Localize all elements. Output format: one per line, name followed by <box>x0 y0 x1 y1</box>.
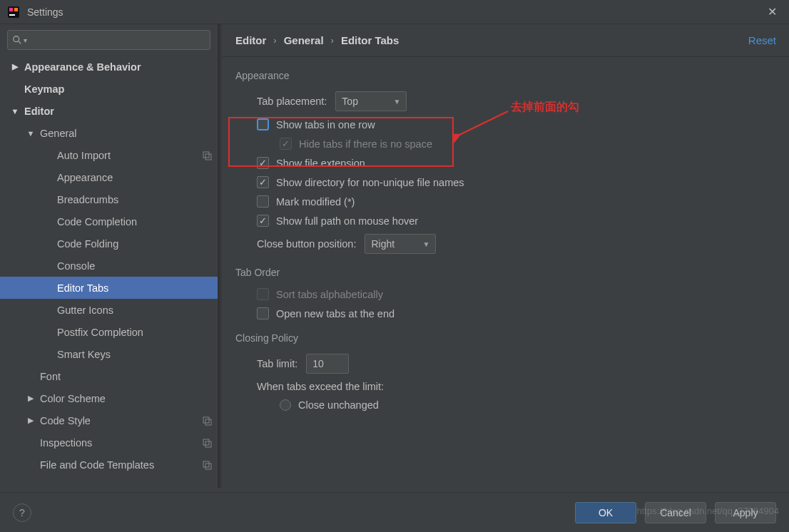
tree-item[interactable]: Console <box>0 255 218 277</box>
project-override-icon <box>202 460 212 470</box>
help-button[interactable]: ? <box>13 503 31 522</box>
tree-item[interactable]: File and Code Templates <box>0 454 218 476</box>
watermark: https://blog.csdn.net/qq_37084904 <box>637 506 780 516</box>
annotation-arrow-icon <box>454 107 511 143</box>
svg-point-4 <box>14 36 19 42</box>
tree-item-label: File and Code Templates <box>40 459 202 471</box>
svg-rect-8 <box>203 417 209 423</box>
tab-placement-label: Tab placement: <box>257 96 327 107</box>
tree-item-label: Code Completion <box>57 216 212 227</box>
full-path-checkbox[interactable] <box>257 215 269 227</box>
tree-item[interactable]: ▶Code Style <box>0 409 218 431</box>
tree-item-label: Smart Keys <box>57 349 212 360</box>
svg-rect-3 <box>9 14 15 16</box>
project-override-icon <box>202 416 212 426</box>
tree-item[interactable]: Postfix Completion <box>0 321 218 343</box>
reset-button[interactable]: Reset <box>748 34 776 46</box>
window-title: Settings <box>27 6 762 18</box>
chevron-right-icon: › <box>331 35 334 46</box>
twist-icon[interactable]: ▶ <box>26 394 36 403</box>
svg-rect-1 <box>9 8 13 11</box>
crumb-editor[interactable]: Editor <box>235 34 266 46</box>
settings-tree: ▶Appearance & BehaviorKeymap▼Editor▼Gene… <box>0 56 218 488</box>
tree-item[interactable]: Code Folding <box>0 232 218 255</box>
crumb-general[interactable]: General <box>284 34 324 46</box>
open-end-label: Open new tabs at the end <box>276 308 394 319</box>
tree-item-label: Appearance & Behavior <box>24 61 212 73</box>
tabs-exceed-label: When tabs exceed the limit: <box>257 381 384 392</box>
tree-item[interactable]: Appearance <box>0 166 218 188</box>
svg-rect-10 <box>203 439 209 445</box>
section-tab-order: Tab Order <box>235 267 776 278</box>
tree-item-label: Code Style <box>40 415 202 426</box>
tree-item[interactable]: Font <box>0 365 218 387</box>
show-dir-checkbox[interactable] <box>257 176 269 188</box>
tree-item-label: Console <box>57 260 212 272</box>
tree-item-label: Auto Import <box>57 150 202 161</box>
tree-item-label: Appearance <box>57 172 212 183</box>
close-unchanged-radio[interactable] <box>280 399 291 411</box>
tree-item-label: Keymap <box>24 83 212 95</box>
tree-item-label: Gutter Icons <box>57 305 212 316</box>
tree-item-label: Color Scheme <box>40 393 212 404</box>
project-override-icon <box>202 438 212 448</box>
titlebar: Settings ✕ <box>0 0 789 24</box>
tree-item-label: Editor <box>24 106 212 117</box>
tree-item[interactable]: ▼General <box>0 122 218 144</box>
tree-item[interactable]: ▶Color Scheme <box>0 387 218 409</box>
mark-modified-checkbox[interactable] <box>257 195 269 208</box>
sort-tabs-label: Sort tabs alphabetically <box>276 289 383 300</box>
tree-item[interactable]: ▶Appearance & Behavior <box>0 56 218 78</box>
close-button-pos-select[interactable]: Right ▼ <box>365 234 436 254</box>
svg-rect-2 <box>14 8 18 11</box>
search-icon <box>12 35 22 45</box>
tree-item-label: Inspections <box>40 437 202 449</box>
tree-item[interactable]: Inspections <box>0 431 218 454</box>
sidebar: ▾ ▶Appearance & BehaviorKeymap▼Editor▼Ge… <box>0 24 218 488</box>
twist-icon[interactable]: ▼ <box>26 129 36 138</box>
section-closing-policy: Closing Policy <box>235 332 776 344</box>
tree-item-label: Code Folding <box>57 238 212 250</box>
twist-icon[interactable]: ▼ <box>10 107 20 116</box>
chevron-down-icon: ▼ <box>393 98 400 106</box>
search-input[interactable]: ▾ <box>7 30 210 50</box>
full-path-label: Show full path on mouse hover <box>276 215 418 227</box>
tree-item[interactable]: ▼Editor <box>0 100 218 122</box>
twist-icon[interactable]: ▶ <box>10 62 20 71</box>
tree-item[interactable]: Auto Import <box>0 144 218 166</box>
open-end-checkbox[interactable] <box>257 307 269 319</box>
svg-line-5 <box>19 41 21 44</box>
section-appearance: Appearance <box>235 70 776 81</box>
tree-item-label: Postfix Completion <box>57 327 212 338</box>
twist-icon[interactable]: ▶ <box>26 416 36 425</box>
tree-item[interactable]: Gutter Icons <box>0 299 218 321</box>
mark-modified-label: Mark modified (*) <box>276 196 355 208</box>
show-dir-label: Show directory for non-unique file names <box>276 177 464 188</box>
annotation-box <box>228 117 454 167</box>
tree-item-label: General <box>40 128 212 139</box>
tree-item[interactable]: Breadcrumbs <box>0 188 218 210</box>
tree-item[interactable]: Smart Keys <box>0 343 218 365</box>
tree-item[interactable]: Keymap <box>0 78 218 100</box>
tab-limit-label: Tab limit: <box>257 358 297 369</box>
ok-button[interactable]: OK <box>575 502 636 523</box>
crumb-editor-tabs: Editor Tabs <box>341 34 399 46</box>
tree-item[interactable]: Editor Tabs <box>0 277 218 299</box>
svg-line-14 <box>458 111 508 135</box>
sort-tabs-checkbox <box>257 288 269 300</box>
svg-rect-11 <box>205 441 211 447</box>
svg-rect-13 <box>205 464 211 469</box>
tree-item-label: Breadcrumbs <box>57 194 212 205</box>
tree-item-label: Editor Tabs <box>57 282 212 294</box>
breadcrumb: Editor › General › Editor Tabs Reset <box>223 24 789 57</box>
tree-item[interactable]: Code Completion <box>0 210 218 232</box>
close-unchanged-label: Close unchanged <box>298 399 379 411</box>
svg-rect-12 <box>203 461 209 467</box>
app-icon <box>7 6 20 19</box>
close-icon[interactable]: ✕ <box>762 5 782 19</box>
project-override-icon <box>202 150 212 160</box>
tab-limit-input[interactable] <box>306 354 349 374</box>
main-panel: Editor › General › Editor Tabs Reset App… <box>223 24 789 488</box>
tab-placement-select[interactable]: Top ▼ <box>335 91 407 111</box>
annotation-text: 去掉前面的勾 <box>511 100 579 115</box>
